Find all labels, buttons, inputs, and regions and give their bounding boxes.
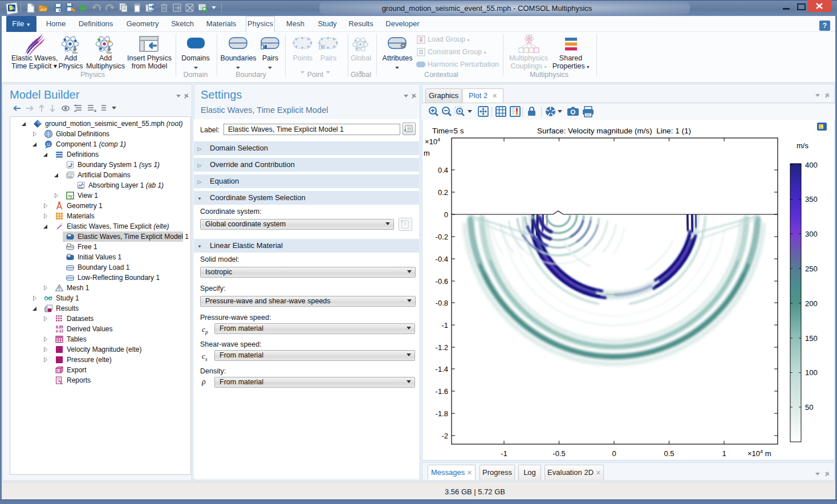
svg-text:m/s: m/s <box>797 141 808 150</box>
svg-text:0.5: 0.5 <box>664 449 674 458</box>
svg-text:-0.8: -0.8 <box>436 299 448 307</box>
svg-text:-1: -1 <box>501 449 507 458</box>
svg-text:0: 0 <box>444 210 448 219</box>
svg-text:200: 200 <box>805 299 818 308</box>
svg-text:Time=5 s: Time=5 s <box>432 127 464 135</box>
svg-text:×104: ×104 <box>425 137 440 146</box>
svg-text:×104 m: ×104 m <box>747 449 771 458</box>
svg-text:0.4: 0.4 <box>438 166 448 174</box>
svg-text:Ω: Ω <box>47 142 50 147</box>
svg-text:-0.2: -0.2 <box>436 233 448 241</box>
svg-text:-2: -2 <box>441 432 448 440</box>
svg-text:150: 150 <box>805 334 818 343</box>
svg-text:m: m <box>424 149 430 157</box>
svg-text:-0.6: -0.6 <box>436 277 448 286</box>
svg-text:100: 100 <box>805 368 818 377</box>
svg-text:250: 250 <box>805 265 818 273</box>
svg-text:300: 300 <box>805 230 818 238</box>
svg-text:-1: -1 <box>441 321 448 330</box>
svg-text:e-12: e-12 <box>56 329 63 333</box>
svg-text:-1.2: -1.2 <box>436 343 448 352</box>
svg-text:400: 400 <box>805 161 818 169</box>
svg-text:50: 50 <box>805 403 813 412</box>
svg-text:1: 1 <box>722 449 726 458</box>
svg-text:Surface: Velocity magnitude (m: Surface: Velocity magnitude (m/s) Line: … <box>537 127 691 135</box>
svg-text:-0.4: -0.4 <box>436 255 448 263</box>
svg-text:-1.8: -1.8 <box>436 409 448 418</box>
svg-text:8.85: 8.85 <box>56 325 63 329</box>
svg-text:-0.5: -0.5 <box>552 449 565 458</box>
svg-text:350: 350 <box>805 195 818 204</box>
svg-text:-1.4: -1.4 <box>436 365 448 373</box>
svg-text:-1.6: -1.6 <box>436 387 448 396</box>
svg-text:0: 0 <box>612 449 616 458</box>
svg-text:xy: xy <box>68 193 72 198</box>
svg-text:0.2: 0.2 <box>438 188 448 197</box>
